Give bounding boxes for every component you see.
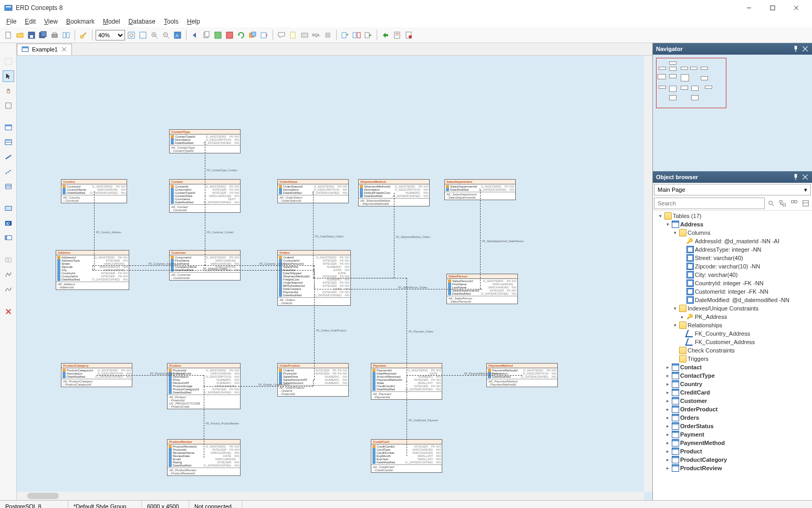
export-button[interactable] bbox=[340, 30, 350, 40]
page-selector[interactable]: Main Page ▾ bbox=[654, 184, 811, 195]
object-browser-pin-icon[interactable] bbox=[792, 173, 799, 181]
tree-column[interactable]: DateModified: @d_datemodified -NN bbox=[653, 296, 812, 304]
tree-column[interactable]: CountryId: integer -FK -NN bbox=[653, 279, 812, 287]
maximize-button[interactable] bbox=[761, 1, 784, 15]
tree-column[interactable]: Street: varchar(40) bbox=[653, 254, 812, 262]
navigator-pin-icon[interactable] bbox=[792, 45, 799, 53]
snap-button[interactable] bbox=[3, 56, 14, 67]
tree-table[interactable]: ▸Payment bbox=[653, 430, 812, 439]
comment-button[interactable] bbox=[276, 30, 287, 40]
generate-button[interactable] bbox=[363, 30, 373, 40]
tree-column[interactable]: Zipcode: varchar(10) -NN bbox=[653, 262, 812, 271]
zoom-fit-button[interactable] bbox=[126, 30, 137, 40]
minimize-button[interactable] bbox=[737, 1, 761, 15]
tree-tables-node[interactable]: ▾Tables (17) bbox=[653, 212, 812, 220]
tree-table[interactable]: ▸CreditCard bbox=[653, 388, 812, 397]
object-browser-close-icon[interactable] bbox=[801, 173, 809, 181]
tree-fk[interactable]: FK_Country_Address bbox=[653, 329, 812, 338]
domain-tool[interactable] bbox=[3, 203, 14, 214]
menu-file[interactable]: FFileile bbox=[2, 17, 20, 26]
compare-button[interactable] bbox=[351, 30, 362, 40]
textbox-tool[interactable]: T bbox=[3, 254, 14, 266]
tree-table[interactable]: ▸Customer bbox=[653, 397, 812, 405]
tree-table[interactable]: ▸Product bbox=[653, 447, 812, 455]
menu-help[interactable]: Help bbox=[183, 17, 204, 26]
tree-check-node[interactable]: Check Constraints bbox=[653, 346, 812, 355]
note-button[interactable] bbox=[288, 30, 298, 40]
tree-table-address[interactable]: ▾Address bbox=[653, 220, 812, 229]
tree-column[interactable]: AddressId: @d_masterid -NN -AI bbox=[653, 237, 812, 245]
subtype-tool[interactable] bbox=[3, 181, 14, 192]
menu-bookmark[interactable]: Bookmark bbox=[62, 17, 99, 26]
shape-tool[interactable] bbox=[3, 284, 14, 295]
tree-column[interactable]: AddressType: integer -NN bbox=[653, 245, 812, 254]
tree-triggers-node[interactable]: Triggers bbox=[653, 355, 812, 363]
page-setup-button[interactable] bbox=[61, 30, 71, 40]
select-all-button[interactable]: A bbox=[172, 30, 183, 40]
copy-button[interactable] bbox=[201, 30, 212, 40]
save-button[interactable] bbox=[26, 30, 37, 40]
entity-tool[interactable] bbox=[3, 122, 14, 133]
open-button[interactable] bbox=[15, 30, 25, 40]
tree-table[interactable]: ▸ProductCategory bbox=[653, 455, 812, 464]
menu-database[interactable]: Database bbox=[124, 17, 160, 26]
connect-button[interactable] bbox=[78, 30, 89, 40]
column-tool[interactable] bbox=[3, 232, 14, 244]
navigator-close-icon[interactable] bbox=[801, 45, 809, 53]
tree-expand-button[interactable] bbox=[777, 198, 788, 209]
tree-table[interactable]: ▸ContactType bbox=[653, 371, 812, 380]
canvas-hscroll[interactable] bbox=[17, 492, 644, 500]
tree-column[interactable]: City: varchar(40) bbox=[653, 271, 812, 279]
saveall-button[interactable] bbox=[38, 30, 48, 40]
script-button[interactable] bbox=[403, 30, 414, 40]
tree-table[interactable]: ▸Country bbox=[653, 380, 812, 388]
relation-tool[interactable] bbox=[3, 151, 14, 163]
tree-fk[interactable]: FK_Customer_Address bbox=[653, 338, 812, 346]
menu-tools[interactable]: Tools bbox=[160, 17, 183, 26]
new-button[interactable] bbox=[3, 30, 14, 40]
delete-tool[interactable] bbox=[3, 306, 14, 317]
id-tool[interactable]: ID bbox=[3, 217, 14, 229]
search-icon[interactable] bbox=[766, 198, 776, 209]
stop-button[interactable] bbox=[322, 30, 333, 40]
view-tool[interactable] bbox=[3, 137, 14, 148]
tree-table[interactable]: ▸PaymentMethod bbox=[653, 439, 812, 447]
nav-prev-button[interactable] bbox=[190, 30, 200, 40]
relation-nonid-tool[interactable] bbox=[3, 166, 14, 178]
zoom-actual-button[interactable] bbox=[138, 30, 148, 40]
tree-column[interactable]: CustomerId: integer -FK -NN bbox=[653, 287, 812, 296]
sql-button[interactable]: SQL bbox=[311, 30, 321, 40]
pointer-tool[interactable] bbox=[3, 70, 14, 82]
tree-table[interactable]: ▸Orders bbox=[653, 413, 812, 422]
layers-button[interactable] bbox=[247, 30, 258, 40]
search-input[interactable] bbox=[654, 198, 765, 209]
polyline-tool[interactable] bbox=[3, 269, 14, 281]
tree-relationships-node[interactable]: ▾Relationships bbox=[653, 321, 812, 329]
zoom-select[interactable]: 40% bbox=[96, 30, 125, 40]
menu-view[interactable]: View bbox=[40, 17, 62, 26]
erd-canvas[interactable]: ContactTypeContactTypeIdD_MASTERIDPK NND… bbox=[17, 56, 652, 500]
tab-close-icon[interactable] bbox=[61, 46, 67, 53]
tree-table[interactable]: ▸OrderProduct bbox=[653, 405, 812, 413]
tree-table[interactable]: ▸Contact bbox=[653, 363, 812, 371]
tree-refresh-button[interactable] bbox=[800, 198, 811, 209]
pan-tool[interactable] bbox=[3, 85, 14, 97]
navigator-body[interactable] bbox=[653, 55, 812, 171]
zoom-in-button[interactable] bbox=[149, 30, 160, 40]
tree-collapse-button[interactable] bbox=[789, 198, 799, 209]
hscroll-thumb[interactable] bbox=[27, 493, 59, 499]
validate-red-button[interactable] bbox=[224, 30, 235, 40]
tree-pk[interactable]: ▸PK_Address bbox=[653, 313, 812, 321]
domain-button[interactable] bbox=[299, 30, 310, 40]
marquee-tool[interactable] bbox=[3, 100, 14, 111]
report-button[interactable] bbox=[392, 30, 402, 40]
menu-edit[interactable]: Edit bbox=[20, 17, 40, 26]
reverse-button[interactable] bbox=[259, 30, 269, 40]
canvas-vscroll[interactable] bbox=[644, 56, 652, 492]
tree-table[interactable]: ▸ProductReview bbox=[653, 464, 812, 472]
validate-green-button[interactable] bbox=[213, 30, 223, 40]
refresh-button[interactable] bbox=[236, 30, 246, 40]
tree-table[interactable]: ▸OrderStatus bbox=[653, 422, 812, 430]
close-button[interactable] bbox=[784, 1, 808, 15]
navigator-thumbnail[interactable] bbox=[656, 58, 726, 108]
